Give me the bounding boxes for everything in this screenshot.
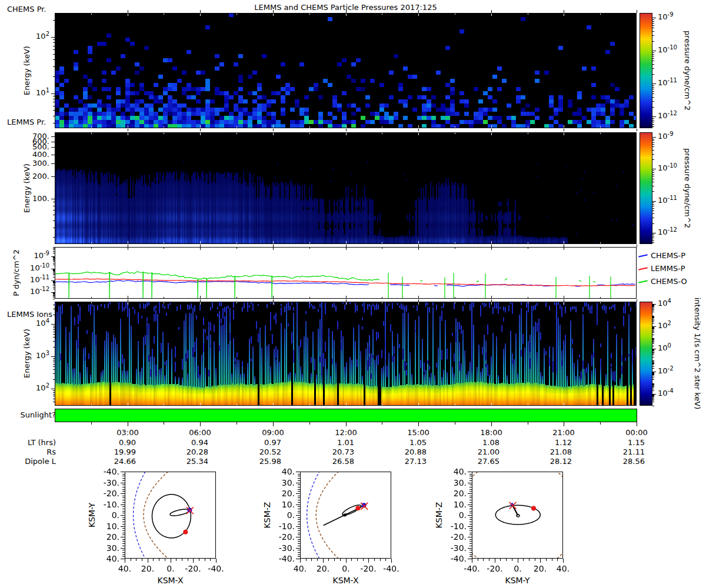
ephemeris-value: 21.00	[478, 447, 499, 456]
axis-tick	[128, 245, 128, 247]
axis-tick	[142, 559, 142, 561]
ephemeris-value: 21.08	[550, 447, 572, 456]
orbit-y-tick-label: -10.	[279, 522, 295, 531]
axis-tick	[273, 422, 274, 426]
row-label-lt-hrs: LT (hrs)	[28, 438, 56, 447]
orbit-y-tick-label: 40.	[106, 554, 119, 563]
axis-tick	[652, 58, 654, 59]
axis-tick	[122, 550, 125, 550]
axis-tick	[469, 489, 472, 490]
axis-tick	[53, 249, 55, 250]
orbit-plot-yz-canvas	[472, 472, 563, 559]
axis-tick	[652, 327, 654, 328]
axis-tick	[469, 487, 472, 487]
axis-tick	[53, 358, 55, 359]
axis-tick	[51, 176, 55, 177]
axis-tick	[652, 305, 654, 306]
axis-tick	[53, 272, 55, 273]
orbit-y-tick-label: -30.	[104, 478, 119, 487]
axis-tick	[368, 559, 369, 563]
ephemeris-value: 20.88	[405, 447, 427, 456]
y-tick-label: 10-12	[30, 287, 49, 296]
axis-tick	[122, 524, 125, 524]
axis-tick	[652, 343, 654, 344]
axis-tick	[652, 316, 654, 316]
axis-tick	[298, 487, 300, 487]
axis-tick	[53, 296, 55, 296]
ephemeris-value: 28.12	[550, 457, 572, 466]
colorbar-tick-label: 10-11	[658, 78, 677, 87]
axis-tick	[148, 559, 148, 563]
axis-tick	[652, 338, 654, 339]
axis-tick	[51, 389, 55, 389]
axis-tick	[652, 310, 654, 310]
axis-tick	[53, 76, 55, 77]
axis-tick	[652, 206, 654, 206]
axis-tick	[53, 206, 55, 206]
y-tick-label: 10-11	[30, 275, 49, 284]
axis-tick	[200, 10, 201, 13]
axis-tick	[637, 129, 637, 131]
ephemeris-value: 1.15	[628, 438, 645, 447]
axis-tick	[652, 360, 654, 361]
time-tick-label: 03:00	[110, 428, 145, 437]
axis-tick	[298, 556, 300, 557]
orbit-y-tick-label: 30.	[454, 478, 467, 487]
axis-tick	[357, 559, 358, 561]
axis-tick	[298, 522, 300, 522]
axis-tick	[652, 389, 654, 389]
axis-tick	[652, 396, 654, 397]
row-label-rs: Rs	[46, 447, 56, 456]
axis-tick	[652, 191, 654, 192]
axis-tick	[469, 539, 472, 540]
axis-tick	[298, 496, 300, 496]
axis-tick	[652, 56, 654, 56]
orbit-plot-xy-canvas	[125, 472, 216, 559]
axis-tick	[652, 379, 654, 380]
orbit-y-tick-label: -40.	[104, 467, 119, 476]
axis-tick	[51, 147, 55, 148]
orbit-y-tick-label: 20.	[106, 532, 119, 542]
axis-tick	[652, 395, 654, 395]
axis-tick	[53, 334, 55, 335]
axis-tick	[652, 305, 654, 305]
axis-tick	[652, 233, 656, 233]
lemms-ions-spectrogram-canvas	[55, 302, 637, 406]
axis-tick	[382, 422, 382, 425]
axis-tick	[469, 474, 472, 475]
axis-tick	[346, 245, 347, 247]
axis-tick	[652, 97, 654, 98]
axis-tick	[652, 385, 654, 386]
axis-tick	[468, 515, 472, 516]
axis-tick	[380, 559, 381, 561]
axis-tick	[53, 258, 55, 258]
colorbar-tick-label: 10-11	[658, 196, 677, 205]
y-tick-label: 10-10	[30, 263, 49, 272]
axis-tick	[121, 472, 125, 472]
axis-tick	[306, 559, 307, 561]
axis-tick	[652, 182, 654, 182]
axis-tick	[652, 341, 654, 342]
axis-tick	[122, 480, 125, 481]
y-tick-label: 10-9	[34, 251, 49, 260]
axis-tick	[237, 422, 237, 425]
axis-tick	[273, 245, 274, 247]
axis-tick	[53, 337, 55, 338]
lemms-pressure-spectrogram-canvas	[55, 132, 637, 244]
axis-tick	[51, 199, 55, 199]
orbit-y-tick-label: -20.	[104, 489, 119, 498]
axis-tick	[121, 493, 125, 494]
ephemeris-value: 1.05	[409, 438, 427, 447]
axis-tick	[53, 102, 55, 102]
axis-tick	[122, 552, 125, 553]
axis-tick	[652, 179, 654, 179]
axis-tick	[53, 215, 55, 215]
axis-tick	[122, 546, 125, 546]
axis-tick	[128, 422, 128, 426]
axis-tick	[53, 42, 55, 43]
axis-tick	[652, 41, 654, 42]
axis-tick	[53, 362, 55, 362]
axis-tick	[557, 559, 558, 561]
axis-tick	[652, 340, 654, 341]
axis-tick	[165, 559, 165, 561]
